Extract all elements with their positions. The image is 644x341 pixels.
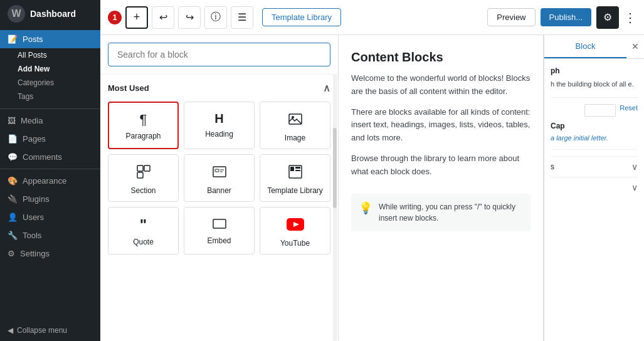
block-item-youtube[interactable]: YouTube [260, 207, 330, 254]
svg-rect-3 [144, 165, 150, 171]
right-divider-2 [551, 149, 638, 150]
toolbar-right: Preview Publish... ⚙ ⋮ [487, 6, 636, 29]
youtube-icon [287, 218, 304, 234]
block-item-paragraph[interactable]: ¶ Paragraph [108, 102, 179, 149]
most-used-header: Most Used ∧ [108, 82, 330, 94]
search-wrap [100, 35, 338, 75]
svg-rect-10 [290, 167, 294, 171]
block-inserter-panel: Most Used ∧ ¶ Paragraph H Heading [100, 35, 339, 341]
template-library-button[interactable]: Template Library [262, 8, 341, 26]
svg-rect-6 [215, 169, 219, 172]
posts-icon: 📝 [8, 34, 18, 44]
add-icon: + [134, 11, 140, 24]
chevron-up-icon[interactable]: ∧ [323, 82, 330, 94]
add-block-button[interactable]: + [125, 6, 148, 29]
block-label-youtube: YouTube [280, 239, 310, 248]
block-label-banner: Banner [207, 186, 231, 195]
sidebar-item-label: Posts [23, 34, 43, 44]
sidebar-item-tools[interactable]: 🔧 Tools [0, 226, 100, 244]
right-section-text-ph: h the building block of all e. [551, 79, 638, 90]
block-item-quote[interactable]: " Quote [108, 207, 179, 254]
sidebar-item-label: Pages [23, 134, 46, 144]
wordpress-logo: W [8, 5, 25, 23]
sidebar-item-all-posts[interactable]: All Posts [0, 48, 100, 62]
sidebar-item-posts[interactable]: 📝 Posts [0, 30, 100, 48]
block-item-heading[interactable]: H Heading [184, 102, 255, 149]
sidebar-item-label: Tools [23, 231, 41, 240]
right-cap-title: Cap [551, 122, 638, 130]
dashboard-label[interactable]: Dashboard [30, 9, 76, 19]
appearance-icon: 🎨 [8, 176, 18, 186]
right-section-cap: Cap a large initial letter. [551, 122, 638, 142]
right-input[interactable] [584, 104, 616, 117]
more-options-button[interactable]: ⋮ [624, 10, 636, 25]
sidebar-header: W Dashboard [0, 0, 100, 28]
info-title: Content Blocks [351, 50, 531, 65]
chevron-down-icon-2: ∨ [631, 182, 638, 192]
settings-button[interactable]: ⚙ [596, 6, 619, 29]
sidebar-item-plugins[interactable]: 🔌 Plugins [0, 190, 100, 208]
sidebar-item-settings[interactable]: ⚙ Settings [0, 244, 100, 263]
pages-icon: 📄 [8, 134, 18, 144]
settings-icon: ⚙ [8, 249, 15, 258]
sidebar-item-add-new[interactable]: Add New [0, 62, 100, 76]
sidebar-item-appearance[interactable]: 🎨 Appearance [0, 172, 100, 190]
right-toggle-2[interactable]: ∨ [551, 177, 638, 197]
block-item-embed[interactable]: Embed [184, 207, 255, 254]
info-button[interactable]: ⓘ [204, 6, 227, 29]
block-item-section[interactable]: Section [108, 154, 179, 202]
users-icon: 👤 [8, 212, 18, 222]
block-item-image[interactable]: Image [260, 102, 330, 149]
badge1-wrap: 1 [108, 11, 122, 24]
sidebar-item-users[interactable]: 👤 Users [0, 208, 100, 226]
most-used-label: Most Used [108, 83, 149, 93]
block-label-paragraph: Paragraph [125, 132, 161, 140]
preview-button[interactable]: Preview [487, 8, 535, 26]
reset-button[interactable]: Reset [620, 104, 638, 117]
right-divider-1 [551, 97, 638, 98]
sidebar-item-pages[interactable]: 📄 Pages [0, 130, 100, 148]
block-label-quote: Quote [133, 238, 154, 246]
sidebar-item-media[interactable]: 🖼 Media [0, 112, 100, 130]
content-area: Most Used ∧ ¶ Paragraph H Heading [100, 35, 644, 341]
right-section-title-ph: ph [551, 66, 638, 75]
info-text-2: There are blocks available for all kinds… [351, 106, 531, 145]
publish-button[interactable]: Publish... [541, 8, 591, 26]
plugins-icon: 🔌 [8, 194, 18, 204]
info-tip: 💡 While writing, you can press "/" to qu… [351, 194, 531, 231]
paragraph-icon: ¶ [140, 113, 147, 127]
scrollbar-track [333, 75, 337, 341]
svg-rect-4 [137, 172, 143, 178]
comments-icon: 💬 [8, 152, 18, 162]
right-actions-row: Reset [551, 104, 638, 117]
gear-icon: ⚙ [603, 11, 612, 23]
block-item-template-library[interactable]: Template Library [260, 154, 330, 202]
sidebar-item-comments[interactable]: 💬 Comments [0, 148, 100, 166]
right-section-ph: ph h the building block of all e. [551, 66, 638, 90]
heading-icon: H [214, 112, 223, 125]
tab-block[interactable]: Block [544, 35, 626, 58]
right-toggle-1[interactable]: s ∨ [551, 156, 638, 177]
block-item-banner[interactable]: Banner [184, 154, 255, 202]
list-icon: ☰ [238, 11, 246, 23]
section-icon [137, 165, 150, 181]
banner-icon [213, 165, 226, 181]
close-panel-button[interactable]: ✕ [626, 35, 644, 58]
block-label-template-library: Template Library [267, 186, 323, 195]
sidebar-item-tags[interactable]: Tags [0, 90, 100, 103]
tip-text: While writing, you can press "/" to quic… [379, 201, 523, 224]
media-icon: 🖼 [8, 116, 16, 125]
block-label-heading: Heading [205, 130, 233, 139]
undo-button[interactable]: ↩ [152, 6, 174, 29]
svg-rect-13 [213, 219, 226, 228]
redo-button[interactable]: ↪ [178, 6, 201, 29]
sidebar-item-label: Plugins [23, 194, 50, 204]
svg-rect-11 [295, 167, 300, 169]
scrollbar-thumb[interactable] [333, 128, 337, 208]
sidebar-item-categories[interactable]: Categories [0, 76, 100, 90]
search-input[interactable] [108, 43, 330, 66]
collapse-menu[interactable]: ◀ Collapse menu [0, 320, 100, 341]
list-view-button[interactable]: ☰ [231, 6, 253, 29]
image-icon [288, 112, 302, 129]
badge-1: 1 [108, 11, 122, 24]
